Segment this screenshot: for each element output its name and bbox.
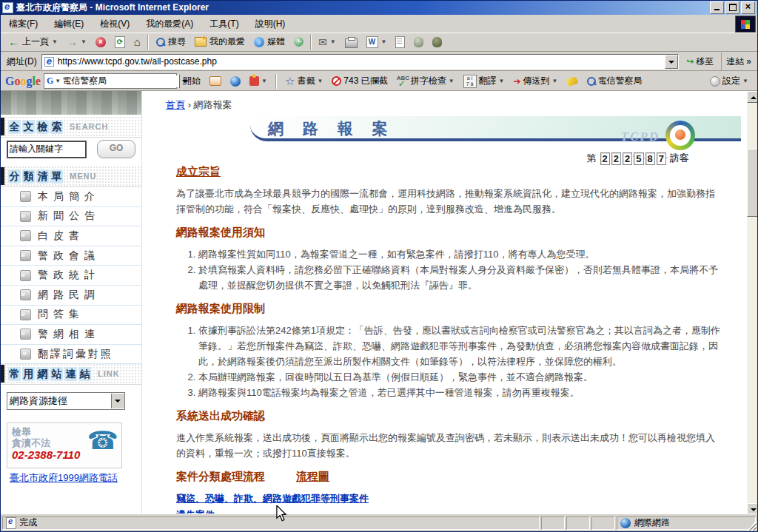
sidebar-item-glossary[interactable]: 翻譯詞彙對照 bbox=[1, 345, 141, 365]
arrow-icon bbox=[20, 250, 31, 261]
status-bar: 完成 網際網路 bbox=[1, 514, 757, 531]
mouse-cursor bbox=[275, 505, 288, 522]
flowchart-link[interactable]: 流程圖 bbox=[296, 470, 329, 482]
scroll-up-button[interactable] bbox=[747, 91, 758, 103]
address-input[interactable] bbox=[56, 55, 665, 68]
forward-button[interactable]: →▼ bbox=[62, 34, 91, 50]
breadcrumb: 首頁 › 網路報案 bbox=[166, 98, 232, 112]
mail-dropdown-icon[interactable]: ▼ bbox=[330, 38, 336, 45]
settings-dropdown-icon[interactable]: ▼ bbox=[742, 78, 748, 84]
scrollbar-thumb[interactable] bbox=[747, 149, 758, 217]
notice-list: 網路報案性質如同110，為報案管道之一種，如有緊急案件，請撥打110，將有專人為… bbox=[176, 246, 724, 293]
site-search-button[interactable]: 電信警察局 bbox=[583, 74, 645, 88]
popup-blocked-button[interactable]: 743 已攔截 bbox=[329, 74, 390, 88]
stop-button[interactable] bbox=[91, 36, 110, 49]
title-band: 網 路 報 案 TCPD 安全-安定-安心 bbox=[250, 116, 741, 141]
menu-edit[interactable]: 編輯(E) bbox=[46, 16, 92, 33]
translate-dropdown-icon[interactable]: ▼ bbox=[499, 78, 505, 84]
address-dropdown-icon[interactable] bbox=[665, 55, 678, 69]
earth-button[interactable] bbox=[227, 75, 244, 87]
corruption-report-banner[interactable]: 檢舉 貪瀆不法 02-2388-7110 bbox=[7, 422, 122, 468]
case-links: 竊盜、恐嚇、詐欺、網路遊戲犯罪等刑事案件 遺失案件 汽機車（含車牌）失竊、遺失案… bbox=[176, 491, 724, 515]
sidebar-item-news[interactable]: 新聞公告 bbox=[1, 207, 141, 227]
plugin-button[interactable] bbox=[428, 36, 446, 49]
minimize-button[interactable] bbox=[710, 1, 724, 14]
extensions-button[interactable]: ▼ bbox=[246, 75, 270, 87]
section-confirm-heading: 系統送出成功確認 bbox=[176, 409, 724, 423]
section-purpose-heading[interactable]: 成立宗旨 bbox=[176, 165, 724, 179]
refresh-button[interactable] bbox=[110, 35, 130, 50]
history-button[interactable] bbox=[289, 36, 308, 48]
resource-dropdown[interactable]: 網路資源捷徑 bbox=[7, 392, 125, 410]
discuss-button[interactable] bbox=[391, 35, 409, 50]
translate-button[interactable]: a í7 ä翻譯▼ bbox=[460, 74, 508, 89]
sidebar-item-network[interactable]: 警網相連 bbox=[1, 325, 141, 345]
adsense-button[interactable] bbox=[207, 75, 224, 87]
menu-tools[interactable]: 工具(T) bbox=[201, 16, 246, 33]
g-dropdown-icon[interactable]: ▼ bbox=[55, 78, 61, 84]
case-link-criminal[interactable]: 竊盜、恐嚇、詐欺、網路遊戲犯罪等刑事案件 bbox=[176, 493, 369, 504]
highlight-button[interactable] bbox=[564, 77, 580, 86]
page-content: 全 文 檢 索 SEARCH GO 分 類 清 單 MENU 本局簡介 新聞公告 bbox=[1, 91, 758, 515]
close-button[interactable] bbox=[741, 1, 755, 14]
vertical-scrollbar[interactable] bbox=[747, 91, 758, 515]
card-icon bbox=[209, 76, 221, 86]
back-dropdown-icon[interactable]: ▼ bbox=[52, 38, 58, 45]
bookmarks-button[interactable]: 書籤▼ bbox=[282, 74, 326, 89]
bookmarks-dropdown-icon[interactable]: ▼ bbox=[317, 78, 323, 84]
mail-icon bbox=[318, 36, 327, 48]
menu-favorites[interactable]: 我的最愛(A) bbox=[138, 16, 201, 33]
status-pane: 完成 bbox=[2, 516, 540, 530]
go-search-button[interactable]: GO bbox=[97, 140, 135, 158]
address-field[interactable] bbox=[41, 54, 680, 70]
section-confirm-text: 進入作業系統報案，送出成功後，頁面將顯示出您的報案編號及查詢密碼，若未顯示，則表… bbox=[176, 430, 724, 461]
maximize-button[interactable] bbox=[725, 1, 739, 14]
forward-dropdown-icon[interactable]: ▼ bbox=[81, 38, 87, 45]
favorites-button[interactable]: 我的最愛 bbox=[190, 34, 249, 50]
keyword-input[interactable] bbox=[7, 141, 87, 158]
sidebar-item-whitepaper[interactable]: 白皮書 bbox=[1, 226, 141, 246]
menu-help[interactable]: 說明(H) bbox=[247, 16, 294, 33]
google-search-dropdown-icon[interactable] bbox=[178, 74, 180, 88]
back-button[interactable]: ←上一頁▼ bbox=[4, 34, 62, 50]
sidebar-item-intro[interactable]: 本局簡介 bbox=[1, 187, 141, 207]
menu-file[interactable]: 檔案(F) bbox=[1, 16, 46, 33]
messenger-button[interactable] bbox=[409, 36, 428, 49]
edit-dropdown-icon[interactable]: ▼ bbox=[381, 38, 387, 45]
resize-grip[interactable] bbox=[747, 521, 757, 531]
notice-item: 網路報案性質如同110，為報案管道之一種，如有緊急案件，請撥打110，將有專人為… bbox=[198, 246, 724, 262]
edit-word-button[interactable]: W▼ bbox=[362, 35, 392, 50]
send-dropdown-icon[interactable]: ▼ bbox=[552, 78, 558, 84]
breadcrumb-home-link[interactable]: 首頁 bbox=[166, 99, 185, 110]
media-icon bbox=[254, 37, 264, 47]
header-bar bbox=[1, 365, 4, 383]
search-button[interactable]: 搜尋 bbox=[151, 34, 190, 50]
sidebar-item-statistics[interactable]: 警政統計 bbox=[1, 266, 141, 286]
sidebar-item-poll[interactable]: 網路民調 bbox=[1, 286, 141, 306]
spellcheck-button[interactable]: 拼字檢查▼ bbox=[394, 74, 457, 88]
media-button[interactable]: 媒體 bbox=[249, 34, 289, 50]
settings-button[interactable]: 設定▼ bbox=[707, 74, 751, 88]
home-button[interactable] bbox=[130, 34, 145, 50]
breadcrumb-current: 網路報案 bbox=[194, 99, 232, 110]
taipei-1999-link[interactable]: 臺北市政府1999網路電話 bbox=[10, 471, 118, 485]
bookmark-star-icon bbox=[285, 75, 295, 88]
dropdown-arrow-icon[interactable] bbox=[111, 394, 124, 408]
sidebar-item-faq[interactable]: 問答集 bbox=[1, 306, 141, 326]
sidebar-item-meeting[interactable]: 警政會議 bbox=[1, 246, 141, 266]
sendto-button[interactable]: 傳送到▼ bbox=[511, 74, 561, 88]
go-button[interactable]: ↪移至 bbox=[681, 55, 719, 69]
status-pane-empty bbox=[591, 516, 615, 530]
mail-button[interactable]: ▼ bbox=[314, 35, 341, 50]
links-toolbar[interactable]: 連結» bbox=[721, 53, 756, 70]
menu-view[interactable]: 檢視(V) bbox=[92, 16, 138, 33]
ext-dropdown-icon[interactable]: ▼ bbox=[261, 78, 267, 84]
send-icon bbox=[514, 76, 521, 87]
sidebar: 全 文 檢 索 SEARCH GO 分 類 清 單 MENU 本局簡介 新聞公告 bbox=[1, 91, 142, 515]
print-button[interactable] bbox=[341, 35, 362, 50]
google-search-box[interactable]: G▼ bbox=[44, 73, 177, 89]
spell-dropdown-icon[interactable]: ▼ bbox=[449, 78, 455, 84]
google-search-input[interactable] bbox=[61, 75, 178, 87]
article-sections: 成立宗旨 為了讓臺北市成為全球最具競爭力的國際一流都會，運用科技網路，推動報案系… bbox=[176, 165, 724, 515]
site-search-icon bbox=[586, 76, 596, 86]
